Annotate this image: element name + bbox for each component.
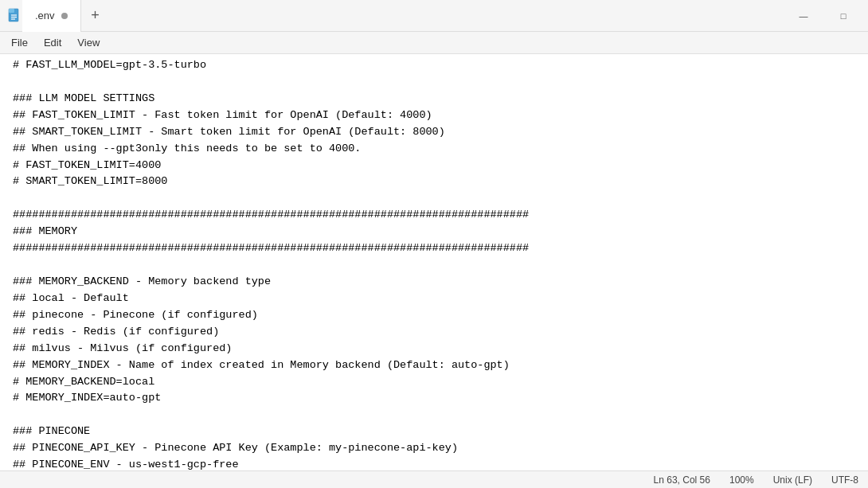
- line-21: # MEMORY_INDEX=auto-gpt: [13, 392, 161, 404]
- minimize-button[interactable]: —: [785, 3, 822, 29]
- tab-bar: .env +: [22, 0, 785, 32]
- line-1: # FAST_LLM_MODEL=gpt-3.5-turbo: [13, 59, 206, 71]
- line-8: # SMART_TOKEN_LIMIT=8000: [13, 175, 167, 187]
- line-17: ## redis - Redis (if configured): [13, 326, 219, 338]
- line-10: ########################################…: [13, 209, 529, 221]
- encoding[interactable]: UTF-8: [831, 474, 858, 486]
- line-25: ## PINECONE_ENV - us-west1-gcp-free: [13, 459, 239, 470]
- title-bar-left: [6, 8, 22, 24]
- title-bar: .env + — □: [0, 0, 868, 32]
- status-bar: Ln 63, Col 56 100% Unix (LF) UTF-8: [0, 470, 868, 488]
- editor-area: # FAST_LLM_MODEL=gpt-3.5-turbo ### LLM M…: [0, 54, 868, 470]
- line-20: # MEMORY_BACKEND=local: [13, 376, 154, 388]
- editor-content[interactable]: # FAST_LLM_MODEL=gpt-3.5-turbo ### LLM M…: [0, 54, 868, 470]
- line-12: ########################################…: [13, 242, 529, 254]
- line-19: ## MEMORY_INDEX - Name of index created …: [13, 359, 510, 371]
- svg-rect-1: [9, 9, 14, 13]
- active-tab[interactable]: .env: [22, 0, 81, 32]
- menu-bar: File Edit View: [0, 32, 868, 54]
- line-14: ### MEMORY_BACKEND - Memory backend type: [13, 275, 271, 287]
- menu-edit[interactable]: Edit: [36, 33, 69, 52]
- line-23: ### PINECONE: [13, 425, 90, 437]
- add-tab-button[interactable]: +: [81, 2, 110, 30]
- menu-view[interactable]: View: [69, 33, 108, 52]
- zoom-level[interactable]: 100%: [729, 474, 754, 486]
- line-5: ## SMART_TOKEN_LIMIT - Smart token limit…: [13, 126, 445, 138]
- line-24: ## PINECONE_API_KEY - Pinecone API Key (…: [13, 442, 458, 454]
- cursor-position[interactable]: Ln 63, Col 56: [654, 474, 710, 486]
- tab-filename: .env: [35, 10, 55, 21]
- tab-modified-dot: [61, 13, 68, 19]
- line-7: # FAST_TOKEN_LIMIT=4000: [13, 159, 161, 171]
- window-controls: — □: [785, 3, 862, 29]
- app-icon: [6, 8, 22, 24]
- line-ending[interactable]: Unix (LF): [773, 474, 812, 486]
- line-4: ## FAST_TOKEN_LIMIT - Fast token limit f…: [13, 109, 432, 121]
- menu-file[interactable]: File: [3, 33, 36, 52]
- line-11: ### MEMORY: [13, 225, 77, 237]
- line-15: ## local - Default: [13, 292, 129, 304]
- line-16: ## pinecone - Pinecone (if configured): [13, 309, 258, 321]
- maximize-button[interactable]: □: [825, 3, 862, 29]
- line-3: ### LLM MODEL SETTINGS: [13, 92, 154, 104]
- line-6: ## When using --gpt3only this needs to b…: [13, 142, 361, 154]
- line-18: ## milvus - Milvus (if configured): [13, 342, 232, 354]
